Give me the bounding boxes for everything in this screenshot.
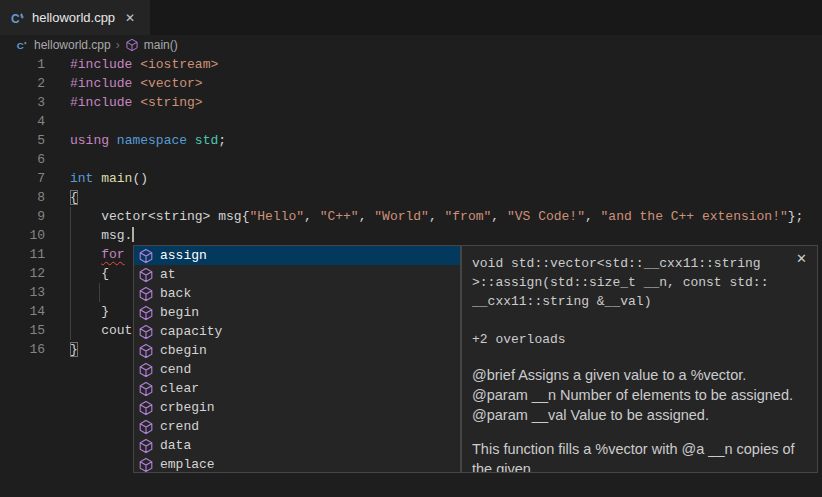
- symbol-method-cube-icon: [138, 400, 154, 416]
- symbol-method-cube-icon: [138, 305, 154, 321]
- token: ,: [359, 209, 375, 224]
- code-line-6[interactable]: 6: [0, 150, 822, 169]
- code-line-10[interactable]: 10 msg.: [0, 226, 822, 245]
- symbol-method-cube-icon: [138, 343, 154, 359]
- line-number: 14: [0, 302, 45, 321]
- suggest-item-label: emplace: [160, 455, 215, 473]
- docs-overloads: +2 overloads: [472, 330, 805, 349]
- symbol-method-cube-icon: [138, 362, 154, 378]
- code-line-2[interactable]: 2#include <vector>: [0, 74, 822, 93]
- token: #include: [70, 57, 140, 72]
- token: "and the C++ extension!": [601, 209, 788, 224]
- token: "VS Code!": [507, 209, 585, 224]
- suggest-item-back[interactable]: back: [134, 284, 460, 303]
- symbol-method-cube-icon: [138, 381, 154, 397]
- docs-text-line: @param __val Value to be assigned.: [472, 405, 805, 425]
- token: ,: [585, 209, 601, 224]
- line-number: 12: [0, 264, 45, 283]
- token: [109, 133, 117, 148]
- line-number: 5: [0, 131, 45, 150]
- suggest-item-label: cend: [160, 360, 191, 379]
- suggest-item-cbegin[interactable]: cbegin: [134, 341, 460, 360]
- code-line-5[interactable]: 5using namespace std;: [0, 131, 822, 150]
- token: for: [101, 247, 124, 262]
- code-text: for: [45, 245, 125, 264]
- suggest-item-cend[interactable]: cend: [134, 360, 460, 379]
- token: using: [70, 133, 109, 148]
- code-text: {: [45, 264, 109, 283]
- suggest-item-label: assign: [160, 246, 207, 265]
- line-number: 7: [0, 169, 45, 188]
- intellisense-docs-panel: void std::vector<std::__cxx11::string>::…: [461, 245, 818, 473]
- intellisense-suggest-list: assignatbackbegincapacitycbegincendclear…: [133, 245, 461, 473]
- suggest-item-begin[interactable]: begin: [134, 303, 460, 322]
- code-text: }: [45, 302, 109, 321]
- suggest-item-label: crend: [160, 417, 199, 436]
- token: ,: [491, 209, 507, 224]
- tab-close-icon[interactable]: ✕: [125, 12, 135, 24]
- code-line-7[interactable]: 7int main(): [0, 169, 822, 188]
- token: "World": [374, 209, 429, 224]
- breadcrumb-file[interactable]: helloworld.cpp: [34, 38, 111, 52]
- suggest-item-crbegin[interactable]: crbegin: [134, 398, 460, 417]
- line-number: 15: [0, 321, 45, 340]
- code-text: }: [45, 340, 78, 359]
- token: <vector>: [140, 76, 202, 91]
- token: namespace: [117, 133, 187, 148]
- token: <string>: [140, 95, 202, 110]
- token: (): [132, 171, 148, 186]
- symbol-method-cube-icon: [138, 267, 154, 283]
- code-line-1[interactable]: 1#include <iostream>: [0, 55, 822, 74]
- suggest-item-label: begin: [160, 303, 199, 322]
- docs-text-line: @brief Assigns a given value to a %vecto…: [472, 365, 805, 385]
- breadcrumb-symbol[interactable]: main(): [144, 38, 178, 52]
- suggest-item-crend[interactable]: crend: [134, 417, 460, 436]
- suggest-item-data[interactable]: data: [134, 436, 460, 455]
- code-text: [45, 283, 70, 302]
- line-number: 1: [0, 55, 45, 74]
- token: [187, 133, 195, 148]
- token: #include: [70, 76, 140, 91]
- code-text: using namespace std;: [45, 131, 226, 150]
- symbol-method-cube-icon: [138, 286, 154, 302]
- symbol-method-cube-icon: [138, 324, 154, 340]
- close-icon[interactable]: ✕: [796, 251, 807, 266]
- indent-guide: [70, 207, 71, 340]
- suggest-item-label: at: [160, 265, 176, 284]
- line-number: 4: [0, 112, 45, 131]
- token: std: [195, 133, 218, 148]
- code-text: {: [45, 188, 78, 207]
- svg-text:C: C: [11, 11, 20, 25]
- suggest-item-emplace[interactable]: emplace: [134, 455, 460, 473]
- token: #include: [70, 95, 140, 110]
- token: ,: [429, 209, 445, 224]
- suggest-item-label: capacity: [160, 322, 222, 341]
- symbol-method-cube-icon: [125, 38, 139, 52]
- suggest-item-clear[interactable]: clear: [134, 379, 460, 398]
- symbol-method-cube-icon: [138, 419, 154, 435]
- docs-text-line: This function fills a %vector with @a __…: [472, 439, 805, 459]
- tab-title: helloworld.cpp: [32, 10, 115, 25]
- cpp-file-icon: C: [10, 10, 26, 26]
- code-text: msg.: [45, 226, 134, 245]
- suggest-item-label: back: [160, 284, 191, 303]
- code-line-4[interactable]: 4: [0, 112, 822, 131]
- symbol-method-cube-icon: [138, 438, 154, 454]
- line-number: 11: [0, 245, 45, 264]
- docs-text-line: @param __n Number of elements to be assi…: [472, 385, 805, 405]
- code-text: #include <vector>: [45, 74, 203, 93]
- token: vector<string> msg{: [70, 209, 249, 224]
- docs-signature-line: >::assign(std::size_t __n, const std::: [472, 273, 805, 292]
- code-line-9[interactable]: 9 vector<string> msg{"Hello", "C++", "Wo…: [0, 207, 822, 226]
- code-line-8[interactable]: 8{: [0, 188, 822, 207]
- line-number: 2: [0, 74, 45, 93]
- suggest-item-assign[interactable]: assign: [134, 246, 460, 265]
- code-line-3[interactable]: 3#include <string>: [0, 93, 822, 112]
- line-number: 8: [0, 188, 45, 207]
- token: "from": [445, 209, 492, 224]
- suggest-item-capacity[interactable]: capacity: [134, 322, 460, 341]
- suggest-item-at[interactable]: at: [134, 265, 460, 284]
- line-number: 10: [0, 226, 45, 245]
- docs-signature: void std::vector<std::__cxx11::string>::…: [472, 254, 805, 311]
- tab-helloworld-cpp[interactable]: C helloworld.cpp ✕: [0, 0, 150, 35]
